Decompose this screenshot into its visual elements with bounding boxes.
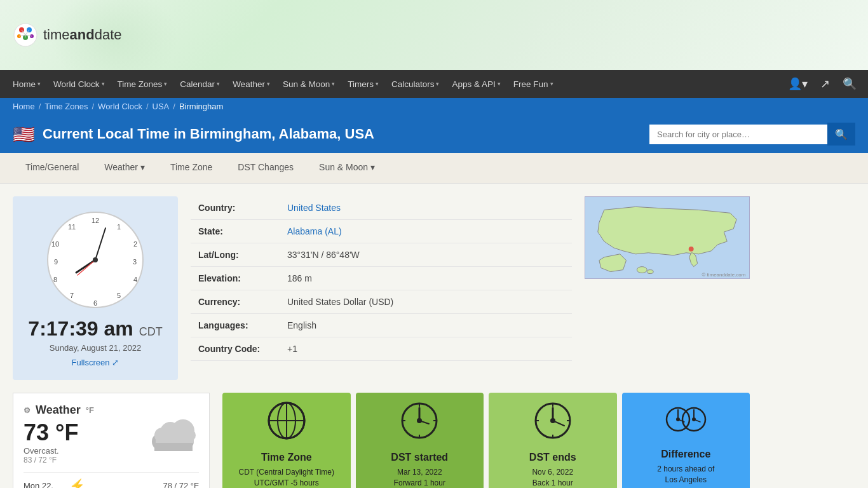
tab-weather[interactable]: Weather ▾ bbox=[92, 153, 158, 183]
info-value: United States Dollar (USD) bbox=[280, 290, 572, 314]
dst-ends-card[interactable]: DST ends Nov 6, 2022Back 1 hour bbox=[489, 393, 617, 488]
weather-card: ⚙ Weather °F 73 bbox=[13, 393, 210, 488]
svg-point-31 bbox=[689, 247, 694, 252]
share-button[interactable]: ↗ bbox=[815, 74, 835, 93]
timezone-card[interactable]: Time Zone CDT (Central Daylight Time)UTC… bbox=[222, 393, 351, 488]
dst-started-card-sub: Mar 13, 2022Forward 1 hour bbox=[394, 467, 445, 488]
info-value: 33°31'N / 86°48'W bbox=[280, 243, 572, 267]
timezone-icon bbox=[268, 402, 306, 447]
map-image[interactable]: © timeanddate.com bbox=[585, 196, 750, 279]
info-value: Alabama (AL) bbox=[280, 220, 572, 243]
dst-started-icon bbox=[400, 402, 438, 447]
table-row: Country: United States bbox=[191, 196, 572, 220]
breadcrumb: Home / Time Zones / World Clock / USA / … bbox=[0, 98, 868, 115]
nav-arrow: ▾ bbox=[267, 81, 270, 87]
state-link[interactable]: Alabama (AL) bbox=[287, 226, 342, 236]
time-display: 7:17:39 am CDT bbox=[28, 317, 162, 341]
weather-settings-icon[interactable]: ⚙ bbox=[24, 406, 31, 415]
difference-icon bbox=[665, 402, 707, 444]
tab-arrow: ▾ bbox=[140, 162, 145, 172]
nav-apps-api[interactable]: Apps & API▾ bbox=[445, 70, 506, 98]
svg-text:2: 2 bbox=[133, 240, 137, 248]
table-row: Currency: United States Dollar (USD) bbox=[191, 290, 572, 314]
logo[interactable]: timeanddate bbox=[13, 22, 122, 48]
nav-home[interactable]: Home▾ bbox=[6, 70, 47, 98]
nav-time-zones[interactable]: Time Zones▾ bbox=[111, 70, 174, 98]
nav-sun-moon[interactable]: Sun & Moon▾ bbox=[276, 70, 341, 98]
table-row: Lat/Long: 33°31'N / 86°48'W bbox=[191, 243, 572, 267]
fullscreen-icon: ⤢ bbox=[112, 358, 119, 367]
breadcrumb-sep: / bbox=[146, 102, 149, 111]
weather-forecast-row: Mon 22. ⚡ 78 / 72 °F bbox=[24, 472, 199, 488]
nav-world-clock[interactable]: World Clock▾ bbox=[47, 70, 111, 98]
search-button[interactable]: 🔍 bbox=[837, 74, 862, 93]
timezone-card-sub: CDT (Central Daylight Time)UTC/GMT -5 ho… bbox=[239, 467, 334, 488]
page-title: Current Local Time in Birmingham, Alabam… bbox=[43, 126, 374, 142]
table-row: State: Alabama (AL) bbox=[191, 220, 572, 243]
logo-text: timeanddate bbox=[43, 27, 122, 43]
tab-arrow: ▾ bbox=[370, 162, 375, 172]
forecast-day: Mon 22. bbox=[24, 481, 62, 489]
breadcrumb-current: Birmingham bbox=[179, 102, 223, 111]
breadcrumb-worldclock[interactable]: World Clock bbox=[98, 102, 142, 111]
account-button[interactable]: 👤▾ bbox=[783, 74, 813, 93]
svg-text:5: 5 bbox=[117, 292, 121, 299]
info-label: Languages: bbox=[191, 314, 280, 337]
info-cards: Time Zone CDT (Central Daylight Time)UTC… bbox=[222, 393, 750, 488]
nav-calculators[interactable]: Calculators▾ bbox=[385, 70, 446, 98]
info-label: Lat/Long: bbox=[191, 243, 280, 267]
tab-time-zone[interactable]: Time Zone bbox=[158, 153, 225, 183]
dst-ends-card-sub: Nov 6, 2022Back 1 hour bbox=[532, 467, 573, 488]
weather-unit[interactable]: °F bbox=[86, 405, 94, 415]
table-row: Languages: English bbox=[191, 314, 572, 337]
main-section: 12 3 6 9 1 2 4 5 7 8 10 11 bbox=[13, 196, 750, 380]
svg-point-34 bbox=[647, 270, 653, 274]
breadcrumb-timezones[interactable]: Time Zones bbox=[44, 102, 88, 111]
nav-weather[interactable]: Weather▾ bbox=[226, 70, 276, 98]
search-submit-button[interactable]: 🔍 bbox=[827, 123, 855, 146]
info-table: Country: United States State: Alabama (A… bbox=[191, 196, 572, 361]
weather-range: 83 / 72 °F bbox=[24, 456, 199, 464]
nav-arrow: ▾ bbox=[332, 81, 335, 87]
nav-free-fun[interactable]: Free Fun▾ bbox=[507, 70, 560, 98]
info-label: Country Code: bbox=[191, 337, 280, 361]
search-bar: 🔍 bbox=[649, 123, 855, 146]
info-value: 186 m bbox=[280, 267, 572, 290]
us-map-svg: © timeanddate.com bbox=[585, 197, 749, 279]
nav-calendar[interactable]: Calendar▾ bbox=[173, 70, 226, 98]
svg-text:7: 7 bbox=[70, 292, 74, 299]
clock-card: 12 3 6 9 1 2 4 5 7 8 10 11 bbox=[13, 196, 178, 380]
svg-rect-45 bbox=[156, 435, 194, 443]
svg-text:8: 8 bbox=[53, 276, 57, 283]
svg-text:9: 9 bbox=[54, 258, 58, 266]
info-label: Country: bbox=[191, 196, 280, 220]
info-section: Country: United States State: Alabama (A… bbox=[191, 196, 572, 380]
nav-arrow: ▾ bbox=[436, 81, 439, 87]
tab-sun-moon[interactable]: Sun & Moon ▾ bbox=[306, 153, 388, 183]
country-link[interactable]: United States bbox=[287, 203, 341, 213]
main-content: 12 3 6 9 1 2 4 5 7 8 10 11 bbox=[0, 184, 763, 488]
table-row: Country Code: +1 bbox=[191, 337, 572, 361]
breadcrumb-home[interactable]: Home bbox=[13, 102, 35, 111]
tab-dst-changes[interactable]: DST Changes bbox=[225, 153, 306, 183]
top-header: timeanddate bbox=[0, 0, 868, 70]
breadcrumb-sep: / bbox=[92, 102, 94, 111]
dst-ends-card-title: DST ends bbox=[529, 452, 576, 463]
nav-arrow: ▾ bbox=[164, 81, 167, 87]
fullscreen-link[interactable]: Fullscreen ⤢ bbox=[72, 358, 119, 367]
nav-arrow: ▾ bbox=[498, 81, 501, 87]
nav-timers[interactable]: Timers▾ bbox=[341, 70, 385, 98]
difference-card-title: Difference bbox=[661, 449, 710, 460]
difference-card[interactable]: Difference 2 hours ahead ofLos Angeles bbox=[622, 393, 750, 488]
svg-rect-40 bbox=[154, 442, 193, 451]
tab-time-general[interactable]: Time/General bbox=[13, 153, 92, 183]
info-label: Elevation: bbox=[191, 267, 280, 290]
dst-started-card[interactable]: DST started Mar 13, 2022Forward 1 hour bbox=[356, 393, 484, 488]
tabs-bar: Time/General Weather ▾ Time Zone DST Cha… bbox=[0, 153, 868, 184]
svg-text:4: 4 bbox=[133, 276, 137, 283]
nav-arrow: ▾ bbox=[376, 81, 379, 87]
logo-icon bbox=[13, 22, 38, 48]
search-input[interactable] bbox=[649, 125, 827, 144]
forecast-temps: 78 / 72 °F bbox=[163, 481, 199, 489]
breadcrumb-usa[interactable]: USA bbox=[153, 102, 170, 111]
